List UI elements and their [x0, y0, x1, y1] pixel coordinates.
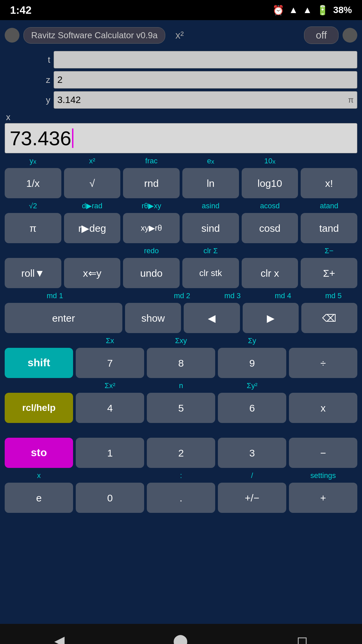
btn-1[interactable]: 1 [76, 438, 144, 468]
row2-btns: π r▶deg xy▶rθ sind cosd tand [5, 213, 357, 243]
btn-6[interactable]: 6 [218, 393, 286, 423]
btn-xswpy[interactable]: x⇐y [64, 258, 121, 288]
btn-sind[interactable]: sind [182, 213, 239, 243]
lbl-sqrt2: √2 [5, 202, 61, 211]
buttons-area: yx x² frac ex 10x - 1/x √ rnd ln log10 x… [5, 155, 357, 624]
app-title-button[interactable]: Ravitz Software Calculator v0.9a [23, 27, 165, 44]
lbl-md5: md 5 [309, 291, 357, 301]
lbl-drad: d▶rad [64, 202, 121, 211]
lbl-redo: redo [123, 247, 180, 256]
battery-percent: 38% [333, 5, 352, 15]
btn-0[interactable]: 0 [76, 483, 144, 513]
btn-pi[interactable]: π [5, 213, 61, 243]
row8-btns: e 0 . +/− + [5, 483, 357, 513]
btn-9[interactable]: 9 [218, 348, 286, 378]
off-button[interactable]: off [304, 26, 339, 44]
y-field: 3.142 π [54, 91, 357, 109]
btn-mul[interactable]: x [289, 393, 357, 423]
stack-area: t z 2 y 3.142 π [38, 50, 357, 109]
row7-btns: sto 1 2 3 − [5, 438, 357, 468]
time: 1:42 [10, 4, 32, 16]
off-label: off [316, 30, 327, 41]
btn-5[interactable]: 5 [147, 393, 215, 423]
x-value: 73.436 [10, 127, 71, 150]
y-value: 3.142 [57, 95, 81, 105]
btn-add[interactable]: + [289, 483, 357, 513]
btn-dot[interactable]: . [147, 483, 215, 513]
t-label: t [38, 55, 50, 65]
z-value: 2 [57, 74, 63, 85]
alarm-icon: ⏰ [273, 5, 284, 16]
btn-2[interactable]: 2 [147, 438, 215, 468]
btn-ln[interactable]: ln [182, 168, 239, 198]
lbl-yx: yx [5, 157, 61, 166]
btn-7[interactable]: 7 [76, 348, 144, 378]
btn-rcl[interactable]: rcl/help [5, 393, 73, 423]
y-label: y [38, 95, 50, 105]
btn-undo[interactable]: undo [123, 258, 180, 288]
x-display[interactable]: 73.436 [5, 123, 357, 153]
btn-backspace[interactable]: ⌫ [301, 303, 357, 333]
left-dot-button[interactable] [5, 28, 19, 43]
btn-sto[interactable]: sto [5, 438, 73, 468]
nav-back-button[interactable]: ◀ [54, 633, 65, 644]
row5-labels: - Σx Σxy Σy - [5, 335, 357, 346]
row4-labels: md 1 - md 2 md 3 md 4 md 5 [5, 290, 357, 301]
btn-div[interactable]: ÷ [289, 348, 357, 378]
right-dot-button[interactable] [343, 28, 357, 43]
nav-recents-button[interactable]: ◻ [297, 633, 308, 644]
status-bar: 1:42 ⏰ ▲ ▲ 🔋 38% [0, 0, 362, 20]
btn-log10[interactable]: log10 [242, 168, 298, 198]
lbl-ex: ex [182, 157, 239, 166]
lbl-md4: md 4 [259, 291, 307, 301]
lbl-asind: asind [182, 202, 239, 211]
lbl-atand: atand [301, 202, 357, 211]
btn-sub[interactable]: − [289, 438, 357, 468]
btn-clrx[interactable]: clr x [242, 258, 298, 288]
lbl-settings: settings [289, 471, 357, 481]
pi-symbol: π [348, 95, 354, 105]
btn-left[interactable]: ◀ [184, 303, 240, 333]
row3-btns: roll▼ x⇐y undo clr stk clr x Σ+ [5, 258, 357, 288]
btn-shift[interactable]: shift [5, 348, 73, 378]
btn-rdeg[interactable]: r▶deg [64, 213, 121, 243]
app-title-label: Ravitz Software Calculator v0.9a [31, 30, 158, 40]
btn-tand[interactable]: tand [301, 213, 357, 243]
row1-btns: 1/x √ rnd ln log10 x! [5, 168, 357, 198]
lbl-sumy: Σy [218, 336, 286, 346]
btn-clrstk[interactable]: clr stk [182, 258, 239, 288]
btn-roll[interactable]: roll▼ [5, 258, 61, 288]
y-row: y 3.142 π [38, 91, 357, 109]
battery-icon: 🔋 [317, 5, 328, 16]
btn-8[interactable]: 8 [147, 348, 215, 378]
btn-right[interactable]: ▶ [243, 303, 299, 333]
btn-sumplus[interactable]: Σ+ [301, 258, 357, 288]
row5-btns: shift 7 8 9 ÷ [5, 348, 357, 378]
row3-labels: - - redo clr Σ - Σ− [5, 245, 357, 256]
btn-rnd[interactable]: rnd [123, 168, 180, 198]
btn-xfact[interactable]: x! [301, 168, 357, 198]
lbl-slash: / [218, 471, 286, 481]
lbl-x: x [5, 471, 73, 481]
btn-cosd[interactable]: cosd [242, 213, 298, 243]
btn-3[interactable]: 3 [218, 438, 286, 468]
btn-show[interactable]: show [125, 303, 181, 333]
z-label: z [38, 75, 50, 85]
row8-labels: x - : / settings [5, 470, 357, 481]
btn-xyrth[interactable]: xy▶rθ [123, 213, 180, 243]
btn-enter[interactable]: enter [5, 303, 122, 333]
cursor [72, 128, 73, 148]
x-row: x 73.436 [5, 112, 357, 153]
lbl-rthxy: rθ▶xy [123, 202, 180, 211]
btn-e[interactable]: e [5, 483, 73, 513]
btn-4[interactable]: 4 [76, 393, 144, 423]
btn-plusminus[interactable]: +/− [218, 483, 286, 513]
lbl-n: n [147, 381, 215, 391]
x-label: x [6, 112, 357, 122]
x2-label: x² [169, 30, 190, 41]
row6-btns: rcl/help 4 5 6 x [5, 393, 357, 423]
btn-sqrt[interactable]: √ [64, 168, 121, 198]
nav-home-button[interactable]: ⬤ [173, 633, 188, 644]
btn-1x[interactable]: 1/x [5, 168, 61, 198]
lbl-colon: : [147, 471, 215, 481]
